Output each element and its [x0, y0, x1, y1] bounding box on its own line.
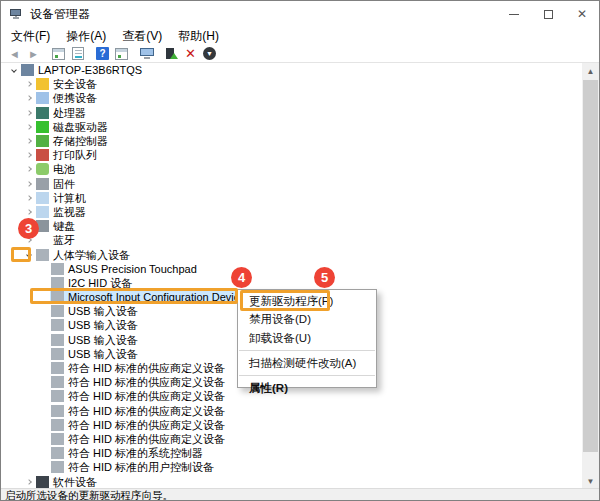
expand-chevron[interactable] — [22, 480, 35, 484]
tree-row[interactable]: 符合 HID 标准的供应商定义设备 — [1, 418, 584, 432]
tree-row[interactable]: 符合 HID 标准的系统控制器 — [1, 446, 584, 460]
callout-circle-4: 4 — [231, 267, 252, 288]
tree-row[interactable]: ASUS Precision Touchpad — [1, 262, 584, 276]
tree-row[interactable]: 符合 HID 标准的供应商定义设备 — [1, 432, 584, 446]
portable-icon — [36, 92, 49, 104]
computer-icon[interactable] — [137, 46, 156, 62]
expand-chevron[interactable] — [22, 82, 35, 86]
tree-row-label: 符合 HID 标准的供应商定义设备 — [68, 376, 225, 388]
tree-row[interactable]: LAPTOP-E3B6RTQS — [1, 63, 584, 77]
disable-device-icon[interactable]: ▼ — [200, 46, 219, 62]
tree-row-label: 便携设备 — [53, 92, 97, 104]
tree-row-content: 监视器 — [35, 205, 90, 219]
context-menu-item[interactable]: 扫描检测硬件改动(A) — [238, 354, 376, 373]
menu-item-1[interactable]: 操作(A) — [58, 27, 114, 45]
device-tree: LAPTOP-E3B6RTQS安全设备便携设备处理器磁盘驱动器存储控制器打印队列… — [1, 62, 599, 488]
close-button[interactable]: ✕ — [565, 1, 599, 27]
back-arrow-icon[interactable] — [5, 46, 24, 62]
tree-row[interactable]: 处理器 — [1, 106, 584, 120]
tree-row[interactable]: 磁盘驱动器 — [1, 120, 584, 134]
tree-row[interactable]: 打印队列 — [1, 148, 584, 162]
uninstall-icon[interactable] — [181, 46, 200, 62]
update-driver-icon[interactable] — [162, 46, 181, 62]
tree-row-content: 便携设备 — [35, 91, 101, 105]
context-menu-item[interactable]: 属性(R) — [238, 379, 376, 398]
expand-chevron[interactable] — [22, 96, 35, 100]
tree-row[interactable]: 便携设备 — [1, 91, 584, 105]
tree-row-content: 安全设备 — [35, 77, 101, 91]
tree-row-content: 磁盘驱动器 — [35, 120, 112, 134]
storage-icon — [36, 135, 49, 147]
tree-row-content: USB 输入设备 — [50, 304, 142, 318]
expand-chevron[interactable] — [22, 111, 35, 115]
menu-item-0[interactable]: 文件(F) — [3, 27, 58, 45]
menu-item-2[interactable]: 查看(V) — [114, 27, 170, 45]
hid-icon — [51, 461, 64, 473]
expand-chevron[interactable] — [22, 182, 35, 186]
tree-row[interactable]: 蓝牙 — [1, 233, 584, 247]
scrollbar-thumb[interactable] — [583, 80, 598, 452]
tree-row-label: 磁盘驱动器 — [53, 121, 108, 133]
window-icon[interactable] — [112, 46, 131, 62]
hid-icon — [51, 390, 64, 402]
scroll-up-icon[interactable]: ▲ — [582, 63, 599, 79]
hid-icon — [51, 447, 64, 459]
expand-chevron[interactable] — [22, 196, 35, 200]
scroll-down-icon[interactable]: ▼ — [582, 473, 599, 488]
expand-chevron[interactable] — [22, 210, 35, 214]
tree-row[interactable]: 人体学输入设备 — [1, 247, 584, 261]
console-tree-icon[interactable] — [49, 46, 68, 62]
tree-row-label: 监视器 — [53, 206, 86, 218]
hid-icon — [51, 433, 64, 445]
tree-row[interactable]: 符合 HID 标准的用户控制设备 — [1, 460, 584, 474]
tree-row[interactable]: 计算机 — [1, 191, 584, 205]
tree-row-content: 固件 — [35, 177, 79, 191]
tree-row-label: 打印队列 — [53, 149, 97, 161]
expand-chevron[interactable] — [22, 139, 35, 143]
tree-row[interactable]: 安全设备 — [1, 77, 584, 91]
firmware-icon — [36, 178, 49, 190]
tree-row-content: 存储控制器 — [35, 134, 112, 148]
tree-row-label: ASUS Precision Touchpad — [68, 263, 197, 275]
maximize-button[interactable] — [531, 1, 565, 27]
tree-row[interactable]: 软件设备 — [1, 474, 584, 488]
monitor-icon — [36, 206, 49, 218]
tree-row-content: LAPTOP-E3B6RTQS — [20, 63, 146, 77]
tree-row-label: 计算机 — [53, 192, 86, 204]
minimize-button[interactable] — [497, 1, 531, 27]
menu-item-3[interactable]: 帮助(H) — [170, 27, 227, 45]
tree-row[interactable]: 固件 — [1, 177, 584, 191]
expand-chevron[interactable] — [22, 167, 35, 171]
tree-row[interactable]: 存储控制器 — [1, 134, 584, 148]
tree-row[interactable]: 监视器 — [1, 205, 584, 219]
vertical-scrollbar[interactable]: ▲ ▼ — [582, 63, 599, 488]
tree-row-label: 固件 — [53, 178, 75, 190]
expand-chevron[interactable] — [22, 153, 35, 157]
expand-chevron[interactable] — [22, 125, 35, 129]
properties-icon[interactable] — [68, 46, 87, 62]
context-menu-item[interactable]: 卸载设备(U) — [238, 329, 376, 348]
hid-icon — [51, 305, 64, 317]
battery-icon — [36, 163, 49, 175]
help-icon[interactable]: ? — [93, 46, 112, 62]
tree-row-label: 安全设备 — [53, 78, 97, 90]
menu-separator — [239, 350, 375, 351]
forward-arrow-icon[interactable] — [24, 46, 43, 62]
tree-row[interactable]: 电池 — [1, 162, 584, 176]
update-driver-highlight-box — [240, 290, 330, 311]
collapse-chevron[interactable] — [7, 68, 20, 72]
tree-row-content: 符合 HID 标准的供应商定义设备 — [50, 432, 229, 446]
tree-row-content: 打印队列 — [35, 148, 101, 162]
hid-icon — [51, 319, 64, 331]
tree-row-label: 电池 — [53, 163, 75, 175]
title-bar: 设备管理器 ✕ — [1, 1, 599, 27]
callout-circle-5: 5 — [314, 267, 335, 288]
tree-row[interactable]: 符合 HID 标准的供应商定义设备 — [1, 404, 584, 418]
tree-row[interactable]: 键盘 — [1, 219, 584, 233]
context-menu-item[interactable]: 禁用设备(D) — [238, 311, 376, 330]
tree-row-content: 符合 HID 标准的供应商定义设备 — [50, 389, 229, 403]
tree-row-label: 符合 HID 标准的供应商定义设备 — [68, 390, 225, 402]
selected-device-highlight-box — [30, 288, 238, 304]
computer-icon — [21, 64, 34, 76]
tree-row-content: 符合 HID 标准的系统控制器 — [50, 446, 207, 460]
